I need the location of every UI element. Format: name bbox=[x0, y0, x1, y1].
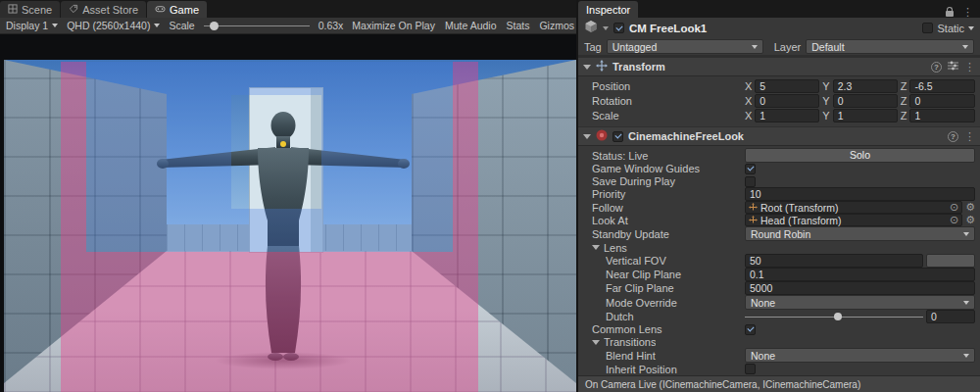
foldout-arrow-icon[interactable] bbox=[583, 134, 591, 139]
scale-slider-handle[interactable] bbox=[210, 22, 219, 30]
look-at-row: Look At Head (Transform) ⊙ ⚙ bbox=[578, 214, 980, 226]
gameobject-active-checkbox[interactable] bbox=[613, 23, 624, 33]
gear-icon[interactable]: ⚙ bbox=[965, 215, 975, 225]
component-enabled-checkbox[interactable] bbox=[612, 131, 623, 142]
dutch-slider[interactable] bbox=[745, 311, 923, 323]
transitions-foldout[interactable]: Transitions bbox=[578, 336, 980, 349]
gear-icon[interactable]: ⚙ bbox=[965, 202, 975, 213]
cinemachine-header[interactable]: CinemachineFreeLook ? ⋮ bbox=[578, 126, 980, 146]
vertical-fov-field[interactable]: 50 bbox=[745, 254, 923, 268]
inspector-panel: Inspector ⋮ CM FreeLook1 Static Tag Unta… bbox=[576, 0, 980, 392]
gameobject-cube-icon[interactable] bbox=[584, 20, 598, 37]
tab-scene-label: Scene bbox=[22, 4, 52, 16]
lens-foldout[interactable]: Lens bbox=[578, 241, 980, 254]
guide-dead-zone[interactable] bbox=[231, 95, 321, 209]
guide-hard-limit-right[interactable] bbox=[453, 62, 478, 252]
tag-dropdown-value: Untagged bbox=[612, 41, 658, 53]
guide-hard-limit-left[interactable] bbox=[61, 62, 86, 252]
axis-x-label: X bbox=[745, 110, 752, 122]
near-clip-field[interactable]: 0.1 bbox=[745, 268, 975, 281]
object-picker-icon[interactable]: ⊙ bbox=[950, 215, 958, 225]
scale-slider-track[interactable] bbox=[204, 25, 310, 27]
tab-asset-store-label: Asset Store bbox=[82, 4, 138, 16]
fov-mode-button[interactable] bbox=[926, 254, 975, 268]
tag-dropdown[interactable]: Untagged bbox=[607, 39, 763, 54]
rotation-z-field[interactable]: 0 bbox=[909, 94, 975, 108]
tab-inspector[interactable]: Inspector bbox=[578, 1, 638, 18]
help-icon[interactable]: ? bbox=[948, 131, 958, 142]
tag-label: Tag bbox=[584, 41, 602, 53]
transform-header[interactable]: Transform ? ⋮ bbox=[578, 57, 980, 76]
solo-button[interactable]: Solo bbox=[745, 148, 975, 163]
rotation-y-field[interactable]: 0 bbox=[833, 94, 898, 108]
blend-hint-dropdown[interactable]: None bbox=[745, 348, 975, 363]
scale-z-field[interactable]: 1 bbox=[909, 109, 975, 122]
standby-update-dropdown[interactable]: Round Robin bbox=[745, 226, 975, 241]
display-dropdown[interactable]: Display 1 bbox=[6, 20, 58, 31]
rotation-x-field[interactable]: 0 bbox=[755, 94, 819, 108]
common-lens-row: Common Lens bbox=[578, 323, 980, 336]
stats-button[interactable]: Stats bbox=[507, 20, 530, 31]
chevron-down-icon bbox=[154, 24, 160, 27]
mute-audio-button[interactable]: Mute Audio bbox=[445, 20, 497, 31]
follow-target-name: Root (Transform) bbox=[760, 202, 947, 214]
look-at-target-name: Head (Transform) bbox=[760, 215, 947, 226]
scale-label: Scale bbox=[169, 20, 194, 31]
layer-dropdown[interactable]: Default bbox=[806, 39, 974, 54]
guide-soft-zone[interactable] bbox=[86, 62, 453, 252]
look-at-label: Look At bbox=[592, 215, 745, 226]
scale-x-field[interactable]: 1 bbox=[755, 109, 819, 122]
display-dropdown-label: Display 1 bbox=[6, 20, 48, 31]
save-during-play-checkbox[interactable] bbox=[745, 176, 756, 187]
tab-scene[interactable]: Scene bbox=[0, 1, 60, 18]
gameobject-name[interactable]: CM FreeLook1 bbox=[629, 23, 707, 34]
chevron-down-icon bbox=[963, 301, 969, 305]
tab-asset-store[interactable]: Asset Store bbox=[61, 1, 146, 18]
kebab-menu-icon[interactable]: ⋮ bbox=[964, 62, 975, 73]
inherit-position-checkbox[interactable] bbox=[745, 364, 756, 374]
help-icon[interactable]: ? bbox=[931, 62, 942, 73]
inspector-strip-icons: ⋮ bbox=[946, 7, 980, 18]
inherit-position-label: Inherit Position bbox=[606, 364, 745, 375]
gameobject-header: CM FreeLook1 Static bbox=[578, 18, 980, 38]
game-panel: Scene Asset Store Game Display 1 QHD (25… bbox=[0, 0, 576, 392]
look-at-object-field[interactable]: Head (Transform) ⊙ bbox=[745, 214, 962, 226]
lock-icon[interactable] bbox=[946, 11, 954, 17]
layer-dropdown-value: Default bbox=[811, 41, 844, 53]
game-viewport[interactable] bbox=[0, 34, 576, 392]
axis-z-label: Z bbox=[901, 110, 907, 122]
kebab-menu-icon[interactable]: ⋮ bbox=[962, 7, 973, 18]
guide-hard-limit-bottom[interactable] bbox=[61, 252, 478, 392]
maximize-on-play-button[interactable]: Maximize On Play bbox=[352, 20, 435, 31]
gameobject-icon-chevron[interactable] bbox=[603, 26, 609, 30]
game-window-guides-label: Game Window Guides bbox=[592, 163, 745, 174]
dutch-slider-handle[interactable] bbox=[834, 313, 842, 320]
static-checkbox[interactable] bbox=[922, 23, 933, 33]
dutch-field[interactable]: 0 bbox=[926, 310, 975, 323]
scale-y-field[interactable]: 1 bbox=[833, 109, 898, 122]
game-icon bbox=[155, 4, 166, 16]
game-window-guides-checkbox[interactable] bbox=[745, 164, 756, 174]
static-dropdown-chevron[interactable] bbox=[968, 26, 974, 30]
priority-field[interactable]: 10 bbox=[745, 187, 975, 201]
object-picker-icon[interactable]: ⊙ bbox=[950, 202, 958, 213]
tab-game[interactable]: Game bbox=[147, 1, 207, 18]
chevron-down-icon bbox=[52, 24, 58, 27]
follow-object-field[interactable]: Root (Transform) ⊙ bbox=[745, 201, 962, 214]
kebab-menu-icon[interactable]: ⋮ bbox=[964, 131, 975, 142]
foldout-arrow-icon[interactable] bbox=[583, 65, 591, 70]
follow-row: Follow Root (Transform) ⊙ ⚙ bbox=[578, 201, 980, 214]
position-y-field[interactable]: 2.3 bbox=[833, 79, 898, 93]
position-z-field[interactable]: -6.5 bbox=[909, 79, 975, 93]
position-x-field[interactable]: 5 bbox=[755, 79, 819, 93]
transform-icon bbox=[749, 202, 758, 214]
axis-z-label: Z bbox=[901, 80, 907, 92]
transform-header-icons: ? ⋮ bbox=[931, 61, 975, 73]
mode-override-dropdown[interactable]: None bbox=[745, 295, 975, 310]
common-lens-checkbox[interactable] bbox=[745, 324, 756, 335]
scale-slider[interactable] bbox=[204, 21, 310, 30]
far-clip-field[interactable]: 5000 bbox=[745, 281, 975, 295]
presets-icon[interactable] bbox=[948, 61, 958, 73]
axis-x-label: X bbox=[745, 80, 752, 92]
resolution-dropdown[interactable]: QHD (2560x1440) bbox=[67, 20, 160, 31]
